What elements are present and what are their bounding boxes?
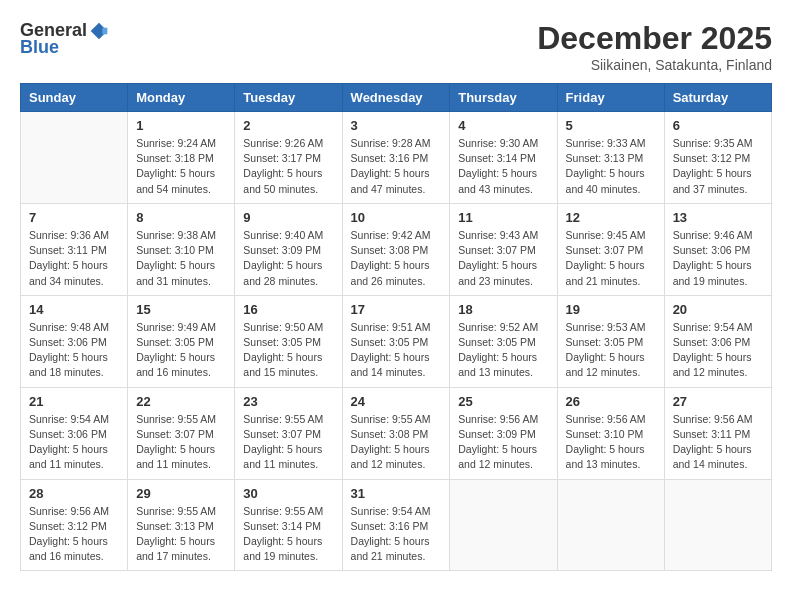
table-row: 14Sunrise: 9:48 AMSunset: 3:06 PMDayligh… [21, 295, 128, 387]
day-info: Sunrise: 9:56 AMSunset: 3:11 PMDaylight:… [673, 412, 763, 473]
day-info: Sunrise: 9:30 AMSunset: 3:14 PMDaylight:… [458, 136, 548, 197]
day-info: Sunrise: 9:42 AMSunset: 3:08 PMDaylight:… [351, 228, 442, 289]
table-row: 1Sunrise: 9:24 AMSunset: 3:18 PMDaylight… [128, 112, 235, 204]
day-info: Sunrise: 9:33 AMSunset: 3:13 PMDaylight:… [566, 136, 656, 197]
table-row: 20Sunrise: 9:54 AMSunset: 3:06 PMDayligh… [664, 295, 771, 387]
table-row: 8Sunrise: 9:38 AMSunset: 3:10 PMDaylight… [128, 203, 235, 295]
day-number: 20 [673, 302, 763, 317]
table-row: 29Sunrise: 9:55 AMSunset: 3:13 PMDayligh… [128, 479, 235, 571]
day-info: Sunrise: 9:43 AMSunset: 3:07 PMDaylight:… [458, 228, 548, 289]
table-row: 12Sunrise: 9:45 AMSunset: 3:07 PMDayligh… [557, 203, 664, 295]
day-info: Sunrise: 9:54 AMSunset: 3:06 PMDaylight:… [673, 320, 763, 381]
day-number: 9 [243, 210, 333, 225]
day-number: 6 [673, 118, 763, 133]
day-number: 25 [458, 394, 548, 409]
table-row: 19Sunrise: 9:53 AMSunset: 3:05 PMDayligh… [557, 295, 664, 387]
table-row: 22Sunrise: 9:55 AMSunset: 3:07 PMDayligh… [128, 387, 235, 479]
day-number: 8 [136, 210, 226, 225]
header-wednesday: Wednesday [342, 84, 450, 112]
table-row [450, 479, 557, 571]
day-number: 31 [351, 486, 442, 501]
day-info: Sunrise: 9:55 AMSunset: 3:13 PMDaylight:… [136, 504, 226, 565]
table-row: 9Sunrise: 9:40 AMSunset: 3:09 PMDaylight… [235, 203, 342, 295]
day-info: Sunrise: 9:56 AMSunset: 3:12 PMDaylight:… [29, 504, 119, 565]
day-info: Sunrise: 9:45 AMSunset: 3:07 PMDaylight:… [566, 228, 656, 289]
day-info: Sunrise: 9:55 AMSunset: 3:14 PMDaylight:… [243, 504, 333, 565]
day-info: Sunrise: 9:56 AMSunset: 3:09 PMDaylight:… [458, 412, 548, 473]
day-number: 30 [243, 486, 333, 501]
day-number: 23 [243, 394, 333, 409]
table-row: 5Sunrise: 9:33 AMSunset: 3:13 PMDaylight… [557, 112, 664, 204]
location-subtitle: Siikainen, Satakunta, Finland [537, 57, 772, 73]
day-number: 21 [29, 394, 119, 409]
day-number: 16 [243, 302, 333, 317]
day-number: 22 [136, 394, 226, 409]
day-number: 14 [29, 302, 119, 317]
day-number: 17 [351, 302, 442, 317]
table-row: 6Sunrise: 9:35 AMSunset: 3:12 PMDaylight… [664, 112, 771, 204]
table-row: 25Sunrise: 9:56 AMSunset: 3:09 PMDayligh… [450, 387, 557, 479]
day-number: 12 [566, 210, 656, 225]
day-number: 13 [673, 210, 763, 225]
table-row [557, 479, 664, 571]
day-info: Sunrise: 9:40 AMSunset: 3:09 PMDaylight:… [243, 228, 333, 289]
logo: General Blue [20, 20, 109, 58]
day-info: Sunrise: 9:26 AMSunset: 3:17 PMDaylight:… [243, 136, 333, 197]
header-friday: Friday [557, 84, 664, 112]
table-row: 16Sunrise: 9:50 AMSunset: 3:05 PMDayligh… [235, 295, 342, 387]
day-info: Sunrise: 9:28 AMSunset: 3:16 PMDaylight:… [351, 136, 442, 197]
table-row: 4Sunrise: 9:30 AMSunset: 3:14 PMDaylight… [450, 112, 557, 204]
table-row: 17Sunrise: 9:51 AMSunset: 3:05 PMDayligh… [342, 295, 450, 387]
day-info: Sunrise: 9:54 AMSunset: 3:06 PMDaylight:… [29, 412, 119, 473]
page-header: General Blue December 2025 Siikainen, Sa… [20, 20, 772, 73]
day-info: Sunrise: 9:50 AMSunset: 3:05 PMDaylight:… [243, 320, 333, 381]
day-info: Sunrise: 9:46 AMSunset: 3:06 PMDaylight:… [673, 228, 763, 289]
table-row: 13Sunrise: 9:46 AMSunset: 3:06 PMDayligh… [664, 203, 771, 295]
table-row: 26Sunrise: 9:56 AMSunset: 3:10 PMDayligh… [557, 387, 664, 479]
day-info: Sunrise: 9:52 AMSunset: 3:05 PMDaylight:… [458, 320, 548, 381]
day-number: 3 [351, 118, 442, 133]
header-tuesday: Tuesday [235, 84, 342, 112]
table-row: 3Sunrise: 9:28 AMSunset: 3:16 PMDaylight… [342, 112, 450, 204]
table-row: 7Sunrise: 9:36 AMSunset: 3:11 PMDaylight… [21, 203, 128, 295]
day-number: 29 [136, 486, 226, 501]
day-number: 11 [458, 210, 548, 225]
table-row: 21Sunrise: 9:54 AMSunset: 3:06 PMDayligh… [21, 387, 128, 479]
day-number: 2 [243, 118, 333, 133]
header-monday: Monday [128, 84, 235, 112]
day-number: 10 [351, 210, 442, 225]
table-row: 11Sunrise: 9:43 AMSunset: 3:07 PMDayligh… [450, 203, 557, 295]
day-info: Sunrise: 9:54 AMSunset: 3:16 PMDaylight:… [351, 504, 442, 565]
logo-icon [89, 21, 109, 41]
day-number: 27 [673, 394, 763, 409]
table-row: 24Sunrise: 9:55 AMSunset: 3:08 PMDayligh… [342, 387, 450, 479]
calendar-week-row: 21Sunrise: 9:54 AMSunset: 3:06 PMDayligh… [21, 387, 772, 479]
calendar-week-row: 14Sunrise: 9:48 AMSunset: 3:06 PMDayligh… [21, 295, 772, 387]
day-info: Sunrise: 9:56 AMSunset: 3:10 PMDaylight:… [566, 412, 656, 473]
day-info: Sunrise: 9:48 AMSunset: 3:06 PMDaylight:… [29, 320, 119, 381]
day-info: Sunrise: 9:51 AMSunset: 3:05 PMDaylight:… [351, 320, 442, 381]
day-number: 5 [566, 118, 656, 133]
day-number: 26 [566, 394, 656, 409]
table-row: 31Sunrise: 9:54 AMSunset: 3:16 PMDayligh… [342, 479, 450, 571]
calendar-header-row: Sunday Monday Tuesday Wednesday Thursday… [21, 84, 772, 112]
day-number: 1 [136, 118, 226, 133]
table-row: 30Sunrise: 9:55 AMSunset: 3:14 PMDayligh… [235, 479, 342, 571]
day-info: Sunrise: 9:24 AMSunset: 3:18 PMDaylight:… [136, 136, 226, 197]
month-title: December 2025 [537, 20, 772, 57]
calendar-week-row: 28Sunrise: 9:56 AMSunset: 3:12 PMDayligh… [21, 479, 772, 571]
calendar-table: Sunday Monday Tuesday Wednesday Thursday… [20, 83, 772, 571]
day-info: Sunrise: 9:38 AMSunset: 3:10 PMDaylight:… [136, 228, 226, 289]
table-row: 2Sunrise: 9:26 AMSunset: 3:17 PMDaylight… [235, 112, 342, 204]
calendar-week-row: 1Sunrise: 9:24 AMSunset: 3:18 PMDaylight… [21, 112, 772, 204]
day-info: Sunrise: 9:55 AMSunset: 3:08 PMDaylight:… [351, 412, 442, 473]
table-row [21, 112, 128, 204]
day-info: Sunrise: 9:36 AMSunset: 3:11 PMDaylight:… [29, 228, 119, 289]
header-sunday: Sunday [21, 84, 128, 112]
table-row: 23Sunrise: 9:55 AMSunset: 3:07 PMDayligh… [235, 387, 342, 479]
day-number: 7 [29, 210, 119, 225]
day-info: Sunrise: 9:55 AMSunset: 3:07 PMDaylight:… [243, 412, 333, 473]
day-number: 4 [458, 118, 548, 133]
header-saturday: Saturday [664, 84, 771, 112]
table-row: 28Sunrise: 9:56 AMSunset: 3:12 PMDayligh… [21, 479, 128, 571]
